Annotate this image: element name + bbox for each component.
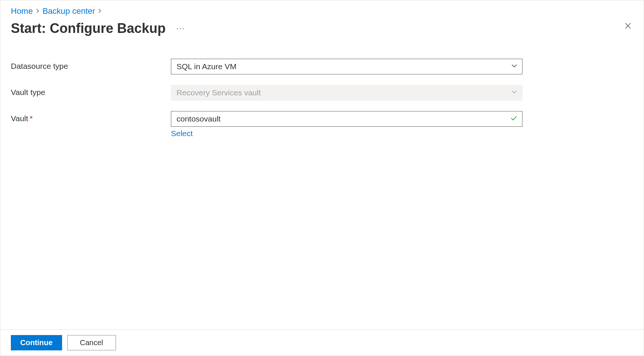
vault-type-select: Recovery Services vault bbox=[171, 85, 522, 101]
page-title: Start: Configure Backup bbox=[11, 21, 166, 36]
field-row-vault: Vault* Select bbox=[11, 111, 633, 138]
title-row: Start: Configure Backup ··· bbox=[0, 19, 644, 47]
field-row-vault-type: Vault type Recovery Services vault bbox=[11, 85, 633, 101]
more-options-icon[interactable]: ··· bbox=[176, 24, 185, 33]
breadcrumb: Home Backup center bbox=[0, 0, 644, 19]
continue-button[interactable]: Continue bbox=[11, 335, 62, 350]
breadcrumb-link-home[interactable]: Home bbox=[11, 6, 33, 16]
vault-input[interactable] bbox=[171, 111, 522, 127]
chevron-right-icon bbox=[98, 7, 102, 15]
datasource-type-select[interactable]: SQL in Azure VM bbox=[171, 59, 522, 74]
datasource-type-label: Datasource type bbox=[11, 59, 171, 71]
breadcrumb-link-backup-center[interactable]: Backup center bbox=[43, 6, 95, 16]
required-indicator: * bbox=[30, 114, 33, 123]
footer: Continue Cancel bbox=[0, 329, 644, 356]
cancel-button[interactable]: Cancel bbox=[67, 335, 116, 350]
form-area: Datasource type SQL in Azure VM Vault ty… bbox=[0, 47, 644, 138]
vault-type-label: Vault type bbox=[11, 85, 171, 97]
chevron-right-icon bbox=[36, 7, 40, 15]
close-button[interactable] bbox=[623, 19, 633, 34]
field-row-datasource-type: Datasource type SQL in Azure VM bbox=[11, 59, 633, 74]
vault-label: Vault* bbox=[11, 111, 171, 123]
vault-select-link[interactable]: Select bbox=[171, 129, 193, 138]
